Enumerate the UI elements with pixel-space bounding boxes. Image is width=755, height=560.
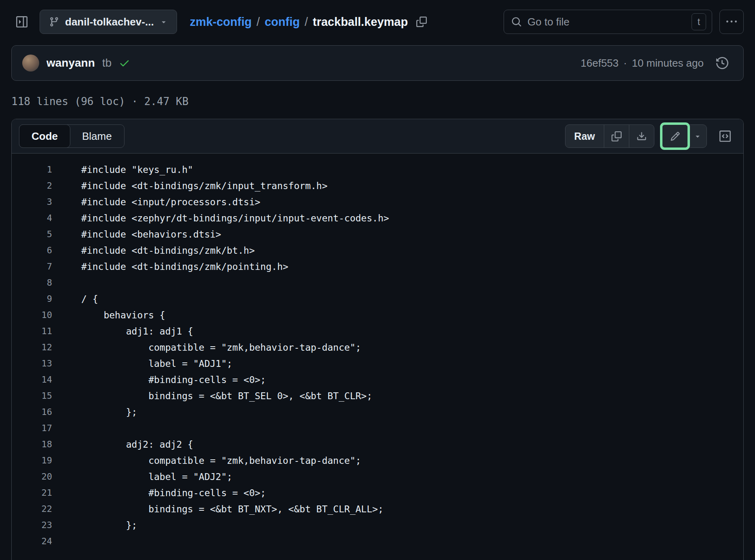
code-line: 18 adj2: adj2 { bbox=[12, 436, 743, 453]
download-raw-button[interactable] bbox=[629, 125, 654, 147]
commit-meta-separator: · bbox=[624, 57, 627, 69]
copy-path-button[interactable] bbox=[412, 12, 431, 32]
line-number[interactable]: 21 bbox=[12, 485, 52, 501]
line-number[interactable]: 9 bbox=[12, 291, 52, 307]
commit-author[interactable]: wanyann bbox=[46, 57, 95, 69]
code-text: compatible = "zmk,behavior-tap-dance"; bbox=[52, 339, 361, 356]
code-text: #include <input/processors.dtsi> bbox=[52, 194, 260, 210]
breadcrumb-separator: / bbox=[305, 15, 308, 29]
tab-blame[interactable]: Blame bbox=[70, 125, 124, 147]
branch-selector-button[interactable]: danil-tolkachev-... bbox=[40, 10, 177, 34]
code-square-icon bbox=[719, 131, 731, 142]
copy-file-button[interactable] bbox=[604, 125, 629, 147]
download-icon bbox=[637, 131, 647, 141]
code-blame-switcher: Code Blame bbox=[19, 124, 124, 148]
breadcrumb-repo-link[interactable]: zmk-config bbox=[190, 15, 252, 29]
line-number[interactable]: 5 bbox=[12, 226, 52, 242]
breadcrumb: zmk-config / config / trackball.keymap bbox=[190, 15, 408, 29]
code-text: #include <dt-bindings/zmk/input_transfor… bbox=[52, 178, 327, 194]
file-header-bar: danil-tolkachev-... zmk-config / config … bbox=[11, 9, 744, 35]
line-number[interactable]: 17 bbox=[12, 420, 52, 436]
line-number[interactable]: 24 bbox=[12, 533, 52, 549]
line-number[interactable]: 12 bbox=[12, 339, 52, 356]
commit-message[interactable]: tb bbox=[102, 57, 112, 69]
line-number[interactable]: 18 bbox=[12, 436, 52, 453]
code-text: adj1: adj1 { bbox=[52, 323, 193, 339]
line-number[interactable]: 22 bbox=[12, 501, 52, 517]
history-icon bbox=[716, 57, 728, 69]
code-line: 23 }; bbox=[12, 517, 743, 533]
raw-button[interactable]: Raw bbox=[565, 125, 604, 147]
copy-icon bbox=[416, 17, 427, 27]
line-number[interactable]: 20 bbox=[12, 469, 52, 485]
code-line: 1#include "keys_ru.h" bbox=[12, 162, 743, 178]
code-line: 3#include <input/processors.dtsi> bbox=[12, 194, 743, 210]
avatar[interactable] bbox=[22, 55, 39, 72]
code-text bbox=[52, 420, 81, 436]
code-text: #include <zephyr/dt-bindings/input/input… bbox=[52, 210, 389, 226]
code-text: #include <dt-bindings/zmk/pointing.h> bbox=[52, 259, 288, 275]
file-tree-toggle-button[interactable] bbox=[11, 11, 32, 32]
code-text: bindings = <&bt BT_SEL 0>, <&bt BT_CLR>; bbox=[52, 388, 372, 404]
code-line: 16 }; bbox=[12, 404, 743, 420]
pencil-icon bbox=[670, 131, 680, 141]
code-line: 15 bindings = <&bt BT_SEL 0>, <&bt BT_CL… bbox=[12, 388, 743, 404]
search-input[interactable] bbox=[527, 16, 686, 28]
tab-code[interactable]: Code bbox=[19, 124, 70, 148]
copy-icon bbox=[612, 131, 622, 141]
code-line: 11 adj1: adj1 { bbox=[12, 323, 743, 339]
line-number[interactable]: 11 bbox=[12, 323, 52, 339]
code-line: 4#include <zephyr/dt-bindings/input/inpu… bbox=[12, 210, 743, 226]
symbols-panel-button[interactable] bbox=[714, 125, 736, 147]
code-text: adj2: adj2 { bbox=[52, 436, 193, 453]
line-number[interactable]: 13 bbox=[12, 356, 52, 372]
code-line: 17 bbox=[12, 420, 743, 436]
code-line: 2#include <dt-bindings/zmk/input_transfo… bbox=[12, 178, 743, 194]
line-number[interactable]: 6 bbox=[12, 242, 52, 259]
code-text bbox=[52, 275, 81, 291]
go-to-file-search[interactable]: t bbox=[504, 10, 712, 34]
code-line: 14 #binding-cells = <0>; bbox=[12, 372, 743, 388]
breadcrumb-separator: / bbox=[257, 15, 260, 29]
edit-file-button[interactable] bbox=[662, 125, 688, 147]
edit-dropdown-button[interactable] bbox=[688, 125, 706, 147]
code-line: 5#include <behaviors.dtsi> bbox=[12, 226, 743, 242]
more-options-button[interactable] bbox=[719, 10, 744, 34]
code-text bbox=[52, 533, 81, 549]
branch-name-label: danil-tolkachev-... bbox=[65, 16, 154, 28]
code-line: 20 label = "ADJ2"; bbox=[12, 469, 743, 485]
code-line: 19 compatible = "zmk,behavior-tap-dance"… bbox=[12, 453, 743, 469]
line-number[interactable]: 7 bbox=[12, 259, 52, 275]
commit-time: 10 minutes ago bbox=[632, 57, 704, 69]
breadcrumb-file-name: trackball.keymap bbox=[313, 15, 408, 29]
line-number[interactable]: 2 bbox=[12, 178, 52, 194]
line-number[interactable]: 4 bbox=[12, 210, 52, 226]
code-text: label = "ADJ2"; bbox=[52, 469, 232, 485]
line-number[interactable]: 15 bbox=[12, 388, 52, 404]
code-line: 22 bindings = <&bt BT_NXT>, <&bt BT_CLR_… bbox=[12, 501, 743, 517]
breadcrumb-folder-link[interactable]: config bbox=[265, 15, 300, 29]
line-number[interactable]: 10 bbox=[12, 307, 52, 323]
commit-sha[interactable]: 16ef553 bbox=[581, 57, 619, 69]
search-icon bbox=[511, 17, 522, 27]
file-meta-info: 118 lines (96 loc) · 2.47 KB bbox=[11, 95, 744, 107]
line-number[interactable]: 23 bbox=[12, 517, 52, 533]
code-text: label = "ADJ1"; bbox=[52, 356, 232, 372]
line-number[interactable]: 8 bbox=[12, 275, 52, 291]
code-text: #binding-cells = <0>; bbox=[52, 372, 266, 388]
line-number[interactable]: 16 bbox=[12, 404, 52, 420]
code-line: 12 compatible = "zmk,behavior-tap-dance"… bbox=[12, 339, 743, 356]
checks-success-icon[interactable] bbox=[119, 57, 130, 69]
chevron-down-icon bbox=[694, 132, 702, 140]
kebab-horizontal-icon bbox=[726, 17, 737, 27]
code-view: 1#include "keys_ru.h"2#include <dt-bindi… bbox=[12, 154, 743, 549]
line-number[interactable]: 3 bbox=[12, 194, 52, 210]
code-text: behaviors { bbox=[52, 307, 165, 323]
code-text: #include <behaviors.dtsi> bbox=[52, 226, 221, 242]
line-number[interactable]: 1 bbox=[12, 162, 52, 178]
line-number[interactable]: 14 bbox=[12, 372, 52, 388]
line-number[interactable]: 19 bbox=[12, 453, 52, 469]
code-text: #include <dt-bindings/zmk/bt.h> bbox=[52, 242, 255, 259]
code-text: }; bbox=[52, 404, 137, 420]
commit-history-button[interactable] bbox=[712, 53, 733, 74]
